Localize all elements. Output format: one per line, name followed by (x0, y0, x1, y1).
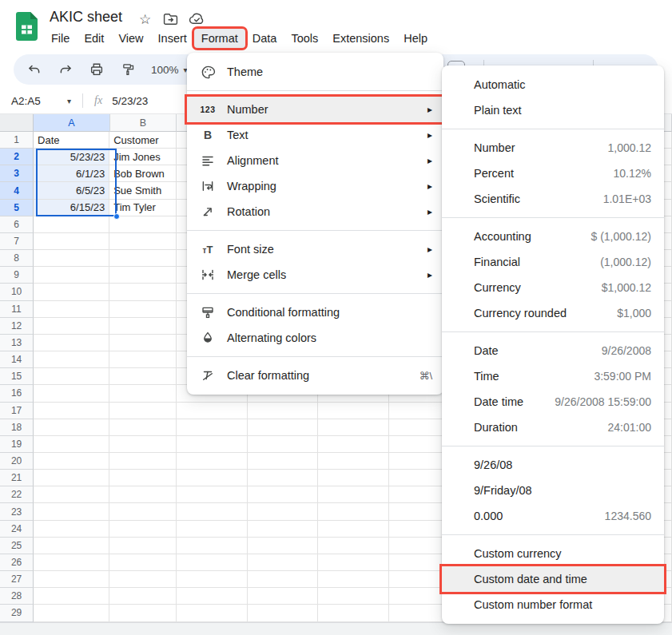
cell-c22[interactable] (177, 486, 248, 503)
cell-d21[interactable] (248, 470, 319, 486)
menubar-item-data[interactable]: Data (245, 29, 284, 48)
cell-b11[interactable] (109, 301, 177, 318)
format-menu-item-wrapping[interactable]: Wrapping▸ (187, 173, 443, 199)
number-menu-item-9-26-08[interactable]: 9/26/08 (442, 452, 664, 478)
row-header-2[interactable]: 2 (0, 149, 34, 165)
number-menu-item-plain-text[interactable]: Plain text (442, 97, 664, 123)
select-all-corner[interactable] (0, 114, 34, 132)
cell-d18[interactable] (248, 419, 319, 436)
cell-a12[interactable] (34, 318, 109, 335)
cell-a25[interactable] (34, 538, 109, 554)
cell-c17[interactable] (177, 403, 248, 419)
row-header-3[interactable]: 3 (0, 165, 34, 182)
cell-c25[interactable] (177, 538, 248, 554)
row-header-26[interactable]: 26 (0, 554, 34, 571)
cell-c18[interactable] (177, 419, 248, 436)
cell-b6[interactable] (109, 216, 177, 233)
row-header-15[interactable]: 15 (0, 368, 34, 385)
cell-e19[interactable] (318, 436, 389, 453)
cell-e25[interactable] (318, 538, 389, 554)
cell-e22[interactable] (318, 486, 389, 503)
cell-d23[interactable] (248, 503, 319, 520)
cell-a13[interactable] (34, 335, 109, 351)
cell-d19[interactable] (248, 436, 319, 453)
cell-a18[interactable] (34, 419, 109, 436)
cell-a2[interactable]: 5/23/23 (34, 149, 109, 165)
selection-fill-handle[interactable] (113, 213, 120, 220)
row-header-13[interactable]: 13 (0, 335, 34, 351)
cell-a4[interactable]: 6/5/23 (34, 182, 109, 199)
number-menu-item-financial[interactable]: Financial(1,000.12) (442, 249, 664, 275)
cell-b27[interactable] (109, 571, 177, 588)
format-menu-item-clear-formatting[interactable]: Clear formatting⌘\ (187, 363, 443, 388)
cell-a22[interactable] (34, 486, 109, 503)
cell-d26[interactable] (248, 554, 319, 571)
number-menu-item-accounting[interactable]: Accounting$ (1,000.12) (442, 224, 664, 249)
cell-a17[interactable] (34, 403, 109, 419)
formula-input[interactable]: 5/23/23 (112, 95, 148, 107)
cell-e26[interactable] (318, 554, 389, 571)
cell-a3[interactable]: 6/1/23 (34, 165, 109, 182)
row-header-11[interactable]: 11 (0, 301, 34, 318)
menubar-item-extensions[interactable]: Extensions (325, 29, 396, 48)
cell-a1[interactable]: Date (34, 132, 109, 149)
row-header-18[interactable]: 18 (0, 419, 34, 436)
cell-a7[interactable] (34, 233, 109, 250)
format-menu-item-number[interactable]: 123Number▸ (187, 97, 443, 122)
undo-icon[interactable] (26, 62, 42, 77)
row-header-17[interactable]: 17 (0, 403, 34, 419)
number-menu-item-scientific[interactable]: Scientific1.01E+03 (442, 186, 664, 212)
cell-a11[interactable] (34, 301, 109, 318)
row-header-1[interactable]: 1 (0, 132, 34, 149)
cell-a14[interactable] (34, 351, 109, 368)
cell-d17[interactable] (248, 403, 319, 419)
cell-d27[interactable] (248, 571, 319, 588)
cell-a29[interactable] (34, 605, 109, 621)
cell-a10[interactable] (34, 284, 109, 300)
cell-e20[interactable] (318, 453, 389, 470)
cell-a27[interactable] (34, 571, 109, 588)
number-menu-item-currency[interactable]: Currency$1,000.12 (442, 275, 664, 300)
format-menu-item-merge-cells[interactable]: Merge cells▸ (187, 262, 443, 288)
cell-c29[interactable] (177, 605, 248, 621)
number-menu-item-custom-currency[interactable]: Custom currency (442, 541, 664, 566)
cell-a23[interactable] (34, 503, 109, 520)
format-menu-item-theme[interactable]: Theme (187, 59, 443, 85)
cell-a20[interactable] (34, 453, 109, 470)
format-menu-item-conditional-formatting[interactable]: Conditional formatting (187, 300, 443, 325)
row-header-29[interactable]: 29 (0, 605, 34, 621)
cell-b29[interactable] (109, 605, 177, 621)
format-menu-item-font-size[interactable]: тTFont size▸ (187, 236, 443, 262)
cell-e21[interactable] (318, 470, 389, 486)
name-box[interactable]: A2:A5 (11, 95, 61, 107)
cell-b19[interactable] (109, 436, 177, 453)
menubar-item-insert[interactable]: Insert (151, 29, 194, 48)
cell-b9[interactable] (109, 267, 177, 284)
column-header-a[interactable]: A (34, 114, 109, 132)
row-header-20[interactable]: 20 (0, 453, 34, 470)
row-header-25[interactable]: 25 (0, 538, 34, 554)
menubar-item-edit[interactable]: Edit (77, 29, 111, 48)
cell-b5[interactable]: Tim Tyler (109, 200, 177, 216)
name-box-caret-icon[interactable]: ▾ (67, 97, 71, 105)
number-menu-item-date[interactable]: Date9/26/2008 (442, 338, 664, 363)
row-header-22[interactable]: 22 (0, 486, 34, 503)
number-menu-item-number[interactable]: Number1,000.12 (442, 135, 664, 161)
cell-c27[interactable] (177, 571, 248, 588)
menubar-item-tools[interactable]: Tools (284, 29, 325, 48)
star-icon[interactable]: ☆ (139, 11, 151, 28)
cell-b18[interactable] (109, 419, 177, 436)
cell-a15[interactable] (34, 368, 109, 385)
redo-icon[interactable] (58, 62, 74, 77)
cell-e17[interactable] (318, 403, 389, 419)
format-menu-item-rotation[interactable]: Rotation▸ (187, 199, 443, 224)
row-header-16[interactable]: 16 (0, 385, 34, 402)
print-icon[interactable] (89, 62, 105, 77)
cell-b28[interactable] (109, 588, 177, 605)
menubar-item-view[interactable]: View (111, 29, 150, 48)
row-header-8[interactable]: 8 (0, 250, 34, 267)
number-menu-item-currency-rounded[interactable]: Currency rounded$1,000 (442, 300, 664, 326)
cell-c23[interactable] (177, 503, 248, 520)
cell-b3[interactable]: Bob Brown (109, 165, 177, 182)
number-menu-item-9-friday-08[interactable]: 9/Friday/08 (442, 478, 664, 503)
